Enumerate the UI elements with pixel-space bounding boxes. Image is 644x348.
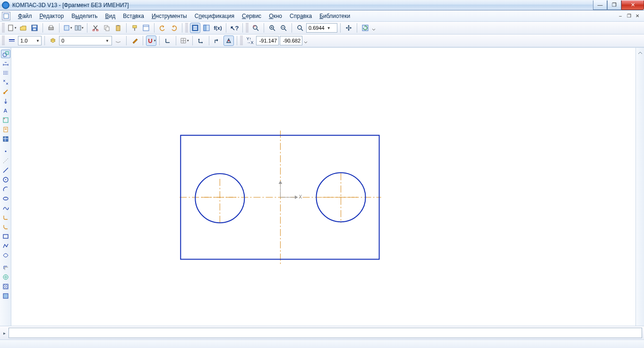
paste-button[interactable] (113, 23, 123, 33)
doc-menu-icon[interactable] (2, 12, 10, 20)
properties-button[interactable] (74, 23, 84, 33)
ortho-button[interactable] (163, 35, 173, 46)
menu-tools[interactable]: Инструменты (148, 11, 191, 21)
edit-panel-button[interactable] (1, 78, 10, 87)
properties-panel-button[interactable] (141, 23, 151, 33)
new-button[interactable] (7, 23, 17, 33)
svg-rect-9 (78, 26, 81, 30)
measure-panel-button[interactable] (1, 97, 10, 105)
parametric-button[interactable] (223, 35, 234, 46)
minimize-button[interactable]: — (593, 0, 607, 10)
fx-button[interactable]: f(x) (213, 23, 223, 33)
table-panel-button[interactable] (1, 116, 10, 124)
point-tool-button[interactable] (1, 147, 10, 156)
overflow-icon[interactable] (371, 23, 376, 33)
print-button[interactable] (46, 23, 56, 33)
aux-line-tool-button[interactable] (1, 157, 10, 165)
polyline-tool-button[interactable] (1, 242, 10, 250)
toolbar-grip[interactable] (185, 23, 188, 33)
redo-button[interactable] (169, 23, 179, 33)
expand-icon[interactable]: ▸ (2, 330, 7, 336)
line-width-combo[interactable]: 1.0 ▼ (18, 36, 42, 45)
xy-label-button[interactable]: Y↑→X (245, 35, 255, 46)
spec-panel-button[interactable] (1, 135, 10, 143)
help-arrow-button[interactable]: ↖? (229, 23, 240, 33)
fillet-tool-button[interactable] (1, 213, 10, 222)
layer-visibility-button[interactable] (113, 35, 123, 46)
fill-tool-button[interactable] (1, 292, 10, 300)
linestyle-button[interactable] (7, 35, 17, 46)
svg-point-26 (253, 26, 257, 29)
undo-button[interactable] (157, 23, 168, 33)
preview-button[interactable] (62, 23, 73, 33)
toolbar-grip[interactable] (246, 23, 249, 33)
pan-button[interactable] (343, 23, 354, 33)
svg-rect-43 (6, 52, 9, 54)
command-input[interactable] (9, 328, 642, 338)
params-panel-button[interactable] (1, 87, 10, 96)
chamfer-tool-button[interactable] (1, 223, 10, 231)
menu-editor[interactable]: Редактор (36, 11, 68, 21)
snap-button[interactable] (146, 35, 156, 46)
local-cs-button[interactable] (196, 35, 206, 46)
svg-rect-7 (64, 26, 69, 30)
arc-tool-button[interactable] (1, 185, 10, 193)
drawing-canvas[interactable]: X (11, 48, 635, 313)
menu-window[interactable]: Окно (265, 11, 286, 21)
zoom-window-button[interactable] (250, 23, 261, 33)
open-button[interactable] (18, 23, 28, 33)
overflow-icon[interactable] (303, 35, 308, 46)
spline-tool-button[interactable] (1, 204, 10, 212)
brush-button[interactable] (129, 35, 140, 46)
menu-manager-button[interactable] (190, 23, 200, 33)
geometry-panel-button[interactable] (1, 50, 10, 58)
layer-icon[interactable] (48, 35, 58, 46)
maximize-button[interactable]: ❐ (607, 0, 621, 10)
menu-select[interactable]: Выделить (68, 11, 101, 21)
curve-tool-button[interactable] (1, 251, 10, 260)
toolbar-grip[interactable] (2, 23, 5, 33)
menu-libraries[interactable]: Библиотеки (316, 11, 354, 21)
mdi-minimize-button[interactable]: – (617, 13, 624, 19)
format-painter-button[interactable] (129, 23, 140, 33)
zoom-out-button[interactable] (278, 23, 289, 33)
zoom-scale-button[interactable] (295, 23, 305, 33)
line-tool-button[interactable] (1, 166, 10, 174)
coord-y-box[interactable]: -90.682 (280, 36, 302, 45)
cut-button[interactable] (90, 23, 101, 33)
rect-tool-button[interactable] (1, 232, 10, 241)
save-button[interactable] (29, 23, 40, 33)
menu-insert[interactable]: Вставка (119, 11, 148, 21)
cs-origin-button[interactable] (212, 35, 223, 46)
hatch-tool-button[interactable] (1, 282, 10, 291)
chevron-down-icon: ▼ (326, 26, 332, 30)
toolbar-grip[interactable] (2, 36, 5, 45)
toolbar-grip[interactable] (240, 36, 243, 45)
zoom-combo[interactable]: 0.6944 ▼ (306, 23, 337, 33)
refresh-button[interactable] (360, 23, 370, 33)
layer-combo[interactable]: 0 ▼ (59, 36, 112, 45)
scroll-handle[interactable] (637, 50, 644, 56)
menu-help[interactable]: Справка (286, 11, 316, 21)
zoom-in-button[interactable] (267, 23, 277, 33)
report-panel-button[interactable] (1, 125, 10, 134)
mdi-restore-button[interactable]: ❐ (625, 13, 633, 19)
ellipse-tool-button[interactable] (1, 194, 10, 203)
text-panel-button[interactable]: A (1, 106, 10, 115)
mdi-close-button[interactable]: ✕ (634, 13, 641, 19)
menu-service[interactable]: Сервис (238, 11, 265, 21)
equidistant-tool-button[interactable] (1, 273, 10, 281)
menu-file[interactable]: Файл (14, 11, 36, 21)
dimensions-panel-button[interactable] (1, 59, 10, 68)
menu-spec[interactable]: Спецификация (191, 11, 238, 21)
variables-button[interactable] (201, 23, 212, 33)
menu-view[interactable]: Вид (102, 11, 120, 21)
copy-button[interactable] (102, 23, 112, 33)
close-button[interactable]: ✕ (621, 0, 644, 10)
coord-x-box[interactable]: -91.147 (256, 36, 279, 45)
offset-tool-button[interactable] (1, 263, 10, 272)
svg-point-41 (228, 40, 230, 42)
circle-tool-button[interactable] (1, 175, 10, 184)
symbols-panel-button[interactable] (1, 69, 10, 77)
grid-button[interactable] (179, 35, 189, 46)
